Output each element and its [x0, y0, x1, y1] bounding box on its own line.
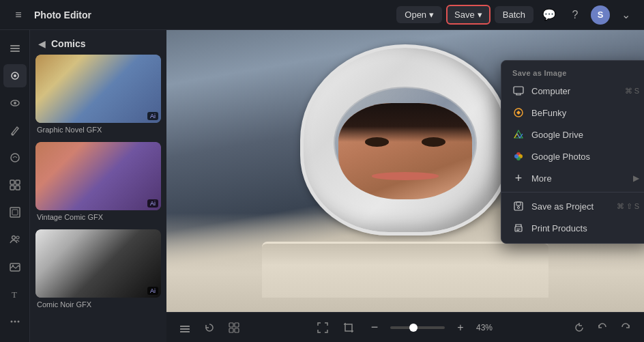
print-icon	[512, 222, 525, 234]
save-gphotos-item[interactable]: Google Photos	[501, 145, 644, 167]
svg-point-4	[14, 74, 16, 77]
panel-items: Ai Graphic Novel GFX Ai Vintage Comic GF…	[30, 55, 166, 309]
sidebar-icon-eye[interactable]	[3, 91, 27, 115]
layers-icon[interactable]	[175, 317, 195, 338]
svg-rect-14	[12, 210, 18, 215]
dropdown-menu: Save as Image Computer ⌘ S BeFunky Googl…	[501, 60, 644, 244]
main: T ◀ Comics Ai Graphic Novel GFX Ai	[0, 30, 644, 342]
undo-icon[interactable]	[592, 317, 613, 338]
header-center: Open ▾ Save ▾ Batch	[396, 5, 533, 25]
sidebar-icon-text[interactable]: T	[3, 283, 27, 306]
svg-point-38	[518, 207, 520, 209]
sidebar-icon-effects[interactable]	[3, 64, 27, 87]
sidebar-icon-layers[interactable]	[3, 37, 27, 60]
list-item[interactable]: Ai Graphic Novel GFX	[35, 55, 161, 134]
bottom-bar: − + 43%	[166, 312, 644, 342]
menu-icon[interactable]: ≡	[8, 5, 29, 25]
sidebar-icon-people[interactable]	[3, 228, 27, 251]
save-computer-item[interactable]: Computer ⌘ S	[501, 80, 644, 102]
ai-badge-1: Ai	[147, 112, 158, 120]
svg-point-8	[11, 154, 19, 162]
google-drive-icon	[512, 128, 525, 141]
svg-rect-37	[516, 202, 521, 205]
svg-point-35	[514, 154, 518, 158]
item-label-3: Comic Noir GFX	[35, 300, 161, 309]
crop-icon[interactable]	[338, 317, 359, 338]
item-label-2: Vintage Comic GFX	[35, 213, 161, 221]
item-thumbnail-2: Ai	[35, 142, 161, 210]
help-icon[interactable]: ?	[565, 5, 585, 25]
svg-rect-30	[514, 87, 523, 94]
message-icon[interactable]: 💬	[539, 5, 559, 25]
svg-rect-27	[235, 323, 239, 327]
ai-badge-2: Ai	[147, 199, 158, 208]
grid-view-icon[interactable]	[224, 317, 244, 338]
save-as-image-label: Save as Image	[501, 65, 644, 80]
sidebar-icon-frame[interactable]	[3, 201, 27, 224]
panel-header: ◀ Comics	[30, 30, 166, 55]
svg-rect-11	[10, 186, 14, 190]
svg-rect-23	[180, 328, 190, 330]
save-chevron-icon: ▾	[478, 10, 482, 20]
save-more-item[interactable]: + More ▶	[501, 167, 644, 189]
header-left: ≡ Photo Editor	[8, 5, 391, 25]
zoom-handle[interactable]	[409, 324, 418, 332]
svg-rect-2	[10, 51, 20, 52]
bottom-center: − + 43%	[312, 317, 501, 338]
redo-icon[interactable]	[615, 317, 636, 338]
save-project-icon	[512, 200, 525, 212]
expand-icon[interactable]: ⌄	[615, 5, 636, 25]
save-project-item[interactable]: Save as Project ⌘ ⇧ S	[501, 195, 644, 217]
zoom-slider[interactable]	[390, 326, 445, 329]
bottom-right	[569, 317, 636, 338]
save-gdrive-item[interactable]: Google Drive	[501, 124, 644, 145]
bottom-left	[175, 317, 244, 338]
sidebar-icon-brush[interactable]	[3, 119, 27, 142]
sidebar-icon-more[interactable]	[3, 310, 27, 333]
save-button[interactable]: Save ▾	[446, 5, 491, 25]
list-item[interactable]: Ai Comic Noir GFX	[35, 229, 161, 309]
item-label-1: Graphic Novel GFX	[35, 126, 161, 134]
svg-rect-29	[235, 328, 239, 332]
zoom-in-icon[interactable]: +	[450, 317, 471, 338]
sidebar-icon-photos[interactable]	[3, 255, 27, 279]
save-befunky-item[interactable]: BeFunky	[501, 102, 644, 124]
avatar[interactable]: S	[591, 5, 610, 25]
svg-point-15	[12, 236, 15, 240]
svg-point-20	[10, 321, 12, 323]
fullscreen-icon[interactable]	[312, 317, 333, 338]
sidebar-icon-stickers[interactable]	[3, 146, 27, 169]
svg-rect-24	[180, 326, 190, 327]
svg-point-22	[17, 321, 19, 323]
zoom-out-icon[interactable]: −	[364, 317, 385, 338]
back-button[interactable]: ◀	[38, 38, 46, 49]
print-products-item[interactable]: Print Products	[501, 217, 644, 239]
item-thumbnail-1: Ai	[35, 55, 161, 123]
rotate-left-icon[interactable]	[569, 317, 589, 338]
computer-shortcut: ⌘ S	[625, 87, 639, 96]
ai-badge-3: Ai	[147, 287, 158, 295]
more-icon: +	[512, 172, 525, 184]
svg-point-21	[14, 321, 16, 323]
svg-rect-26	[229, 323, 233, 327]
svg-point-18	[12, 265, 13, 266]
history-icon[interactable]	[199, 317, 220, 338]
dropdown-divider	[501, 192, 644, 193]
svg-rect-12	[16, 186, 20, 190]
svg-point-7	[11, 134, 13, 136]
open-button[interactable]: Open ▾	[396, 6, 442, 23]
google-photos-icon	[512, 150, 525, 162]
svg-rect-41	[516, 230, 519, 231]
svg-text:T: T	[12, 289, 17, 300]
header: ≡ Photo Editor Open ▾ Save ▾ Batch 💬 ? S…	[0, 0, 644, 30]
svg-rect-1	[10, 48, 20, 49]
svg-point-16	[16, 236, 19, 239]
list-item[interactable]: Ai Vintage Comic GFX	[35, 142, 161, 221]
svg-point-6	[14, 102, 16, 104]
svg-rect-40	[516, 229, 521, 229]
sidebar-icon-grid[interactable]	[3, 173, 27, 197]
batch-button[interactable]: Batch	[495, 6, 533, 23]
svg-rect-28	[229, 328, 233, 332]
zoom-percent: 43%	[476, 323, 501, 332]
more-arrow-icon: ▶	[633, 173, 639, 183]
